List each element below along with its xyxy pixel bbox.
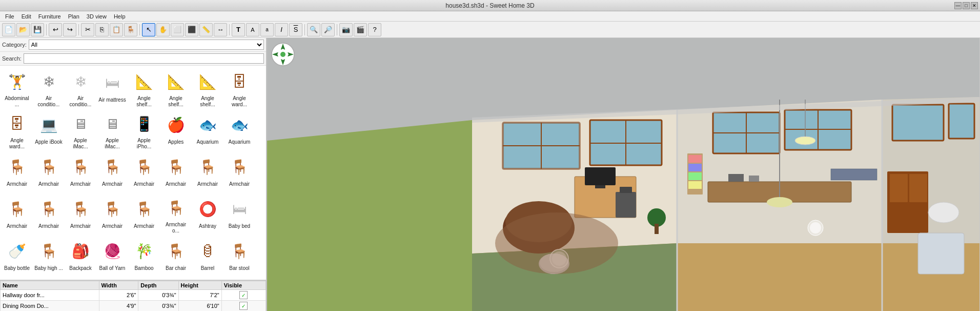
menu-furniture[interactable]: Furniture	[35, 12, 64, 21]
grid-item-37[interactable]: 🎋 Bamboo	[128, 235, 160, 277]
text-over-tool[interactable]: S	[289, 23, 302, 36]
col-width: Width	[99, 281, 138, 290]
new-button[interactable]: 📄	[2, 23, 15, 36]
cut-button[interactable]: ✂	[81, 23, 94, 36]
minimize-button[interactable]: —	[954, 2, 962, 9]
item-icon-36: 🧶	[99, 238, 126, 264]
visibility-checkbox[interactable]: ✓	[239, 291, 248, 299]
grid-item-17[interactable]: 🪑 Armchair	[1, 151, 33, 193]
item-label-26: Armchair	[38, 223, 59, 229]
save-button[interactable]: 💾	[31, 23, 44, 36]
cell-visible[interactable]: ✓	[221, 290, 266, 301]
pan-tool[interactable]: ✋	[156, 23, 170, 36]
grid-item-3[interactable]: ❄ Air conditio...	[65, 67, 96, 109]
item-label-22: Armchair	[166, 181, 186, 187]
grid-item-20[interactable]: 🪑 Armchair	[96, 151, 128, 193]
grid-item-22[interactable]: 🪑 Armchair	[160, 151, 192, 193]
grid-item-11[interactable]: 🖥 Apple iMac...	[65, 109, 96, 151]
grid-item-18[interactable]: 🪑 Armchair	[33, 151, 65, 193]
menu-3dview[interactable]: 3D view	[84, 12, 110, 21]
wall-tool[interactable]: ⬜	[171, 23, 184, 36]
poly-tool[interactable]: 📏	[199, 23, 213, 36]
grid-item-16[interactable]: 🐟 Aquarium	[223, 109, 255, 151]
grid-item-12[interactable]: 🖥 Apple iMac...	[96, 109, 128, 151]
select-tool[interactable]: ↖	[142, 23, 155, 36]
paste-button[interactable]: 📋	[110, 23, 123, 36]
grid-item-35[interactable]: 🎒 Backpack	[65, 235, 96, 277]
table-row[interactable]: Dining Room Do... 4'9" 0'3¾" 6'10" ✓	[1, 301, 266, 312]
grid-item-34[interactable]: 🪑 Baby high ...	[33, 235, 65, 277]
item-icon-9: 🗄	[4, 111, 30, 137]
item-label-16: Aquarium	[229, 139, 251, 145]
text-italic-tool[interactable]: I	[275, 23, 288, 36]
grid-item-15[interactable]: 🐟 Aquarium	[192, 109, 223, 151]
item-icon-2: ❄	[35, 69, 62, 94]
grid-item-25[interactable]: 🪑 Armchair	[1, 193, 33, 235]
item-label-14: Apples	[168, 139, 184, 145]
grid-item-32[interactable]: 🛏 Baby bed	[223, 193, 255, 235]
grid-item-28[interactable]: 🪑 Armchair	[96, 193, 128, 235]
menu-file[interactable]: File	[2, 12, 17, 21]
photo-button[interactable]: 📷	[339, 23, 353, 36]
room-tool[interactable]: ⬛	[185, 23, 198, 36]
grid-item-26[interactable]: 🪑 Armchair	[33, 193, 65, 235]
grid-item-9[interactable]: 🗄 Angle ward...	[1, 109, 33, 151]
menu-edit[interactable]: Edit	[18, 12, 34, 21]
item-label-17: Armchair	[7, 181, 27, 187]
redo-button[interactable]: ↪	[63, 23, 76, 36]
svg-rect-63	[688, 164, 702, 171]
zoom-in-button[interactable]: 🔍	[307, 23, 320, 36]
video-button[interactable]: 🎬	[354, 23, 367, 36]
sep6	[337, 24, 337, 35]
grid-item-40[interactable]: 🪑 Bar stool	[223, 235, 255, 277]
item-icon-6: 📐	[162, 69, 189, 94]
grid-item-6[interactable]: 📐 Angle shelf...	[160, 67, 192, 109]
grid-item-7[interactable]: 📐 Angle shelf...	[192, 67, 223, 109]
grid-item-29[interactable]: 🪑 Armchair	[128, 193, 160, 235]
grid-item-19[interactable]: 🪑 Armchair	[65, 151, 96, 193]
grid-item-27[interactable]: 🪑 Armchair	[65, 193, 96, 235]
grid-item-13[interactable]: 📱 Apple iPho...	[128, 109, 160, 151]
table-row[interactable]: Hallway door fr... 2'6" 0'3¾" 7'2" ✓	[1, 290, 266, 301]
import-button[interactable]: 🪑	[124, 23, 137, 36]
text-small-tool[interactable]: a	[260, 23, 274, 36]
grid-item-39[interactable]: 🛢 Barrel	[192, 235, 223, 277]
copy-button[interactable]: ⎘	[95, 23, 109, 36]
item-icon-4: 🛏	[99, 69, 126, 96]
close-button[interactable]: ✕	[971, 2, 978, 9]
open-button[interactable]: 📂	[16, 23, 30, 36]
grid-item-21[interactable]: 🪑 Armchair	[128, 151, 160, 193]
grid-item-23[interactable]: 🪑 Armchair	[192, 151, 223, 193]
grid-item-4[interactable]: 🛏 Air mattress	[96, 67, 128, 109]
grid-item-14[interactable]: 🍎 Apples	[160, 109, 192, 151]
menu-plan[interactable]: Plan	[65, 12, 83, 21]
zoom-out-button[interactable]: 🔎	[321, 23, 335, 36]
text-a-tool[interactable]: A	[246, 23, 259, 36]
grid-item-2[interactable]: ❄ Air conditio...	[33, 67, 65, 109]
visibility-checkbox[interactable]: ✓	[239, 302, 248, 310]
grid-item-1[interactable]: 🏋 Abdominal ...	[1, 67, 33, 109]
grid-item-36[interactable]: 🧶 Ball of Yarn	[96, 235, 128, 277]
help-button[interactable]: ?	[368, 23, 381, 36]
cell-visible[interactable]: ✓	[221, 301, 266, 312]
grid-item-31[interactable]: ⭕ Ashtray	[192, 193, 223, 235]
grid-item-30[interactable]: 🪑 Armchair o...	[160, 193, 192, 235]
undo-button[interactable]: ↩	[49, 23, 62, 36]
category-select[interactable]: All	[29, 40, 264, 50]
item-label-23: Armchair	[197, 181, 218, 187]
grid-item-5[interactable]: 📐 Angle shelf...	[128, 67, 160, 109]
grid-item-8[interactable]: 🗄 Angle ward...	[223, 67, 255, 109]
search-input[interactable]	[24, 53, 264, 64]
grid-item-24[interactable]: 🪑 Armchair	[223, 151, 255, 193]
menu-help[interactable]: Help	[111, 12, 129, 21]
svg-point-46	[767, 197, 792, 207]
grid-item-38[interactable]: 🪑 Bar chair	[160, 235, 192, 277]
grid-item-10[interactable]: 💻 Apple iBook	[33, 109, 65, 151]
restore-button[interactable]: □	[963, 2, 970, 9]
grid-item-33[interactable]: 🍼 Baby bottle	[1, 235, 33, 277]
dim-tool[interactable]: ↔	[214, 23, 227, 36]
item-label-10: Apple iBook	[35, 139, 62, 145]
cell-height: 7'2"	[178, 290, 221, 301]
navigation-compass[interactable]	[271, 42, 295, 67]
text-tool[interactable]: T	[232, 23, 245, 36]
